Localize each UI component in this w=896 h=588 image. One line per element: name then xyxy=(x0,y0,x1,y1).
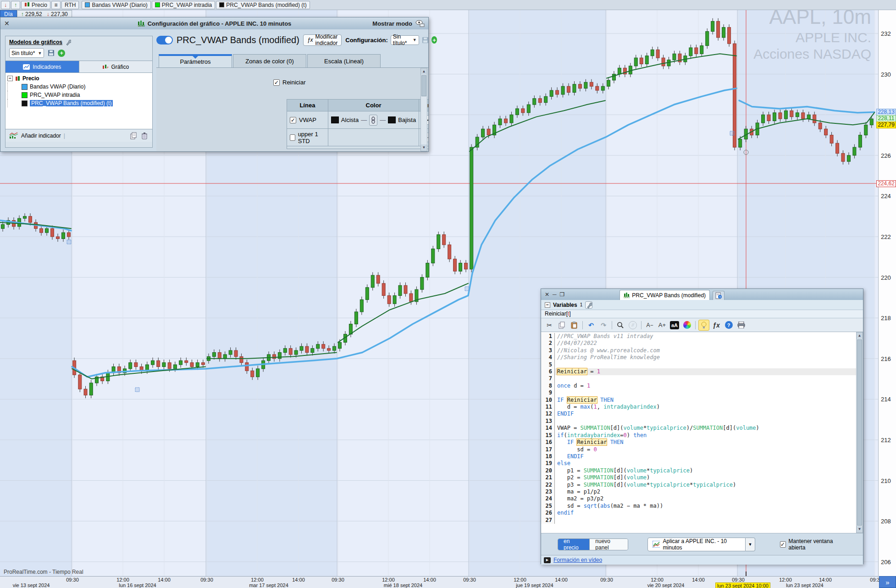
code-line[interactable]: 5 xyxy=(541,361,856,368)
scroll-thumb[interactable] xyxy=(421,75,426,96)
rth-button[interactable]: RTH xyxy=(61,1,79,9)
comment-icon[interactable]: // xyxy=(627,320,638,331)
code-line[interactable]: 13 xyxy=(541,418,856,425)
code-line[interactable]: 12ENDIF xyxy=(541,410,856,417)
time-axis[interactable]: 09:3012:0014:0009:3012:0014:0009:3012:00… xyxy=(0,576,896,588)
bajista-color-swatch[interactable] xyxy=(388,116,396,123)
scroll-right-button[interactable]: » xyxy=(879,576,896,588)
add-indicator-link[interactable]: Añadir indicador xyxy=(21,133,61,139)
add-config-button[interactable]: + xyxy=(431,36,437,44)
import-up-button[interactable]: ↑ xyxy=(11,1,20,9)
apply-dropdown[interactable]: Aplicar a APPLE INC. - 10 minutos ▼ xyxy=(647,538,755,551)
scroll-down-icon[interactable]: ▼ xyxy=(857,526,863,533)
code-area[interactable]: 1//PRC_VWAP Bands v11 intraday2//04/07/2… xyxy=(541,332,863,533)
keep-open-checkbox[interactable]: ✓ xyxy=(780,541,786,548)
close-icon[interactable]: ✕ xyxy=(545,291,549,298)
nuevo-panel-button[interactable]: nuevo panel xyxy=(589,539,628,550)
maximize-icon[interactable]: ❒ xyxy=(560,291,565,298)
close-icon[interactable]: ✕ xyxy=(4,20,10,27)
font-bigger-icon[interactable]: A+ xyxy=(657,320,668,331)
code-line[interactable]: 21 p2 = SUMMATION[d](volume) xyxy=(541,474,856,481)
help-doc-tab[interactable]: ? xyxy=(713,291,725,300)
line-visible-checkbox[interactable]: ✓ xyxy=(290,117,296,123)
code-line[interactable]: 2//04/07/2022 xyxy=(541,340,856,347)
code-line[interactable]: 24 ma2 = p3/p2 xyxy=(541,495,856,502)
save-icon[interactable] xyxy=(47,49,55,57)
code-line[interactable]: 4//Sharing ProRealTime knowledge xyxy=(541,354,856,361)
indicator-tab-2[interactable]: PRC_VWAP Bands (modified) (t) xyxy=(216,1,310,9)
price-style-button[interactable]: Precio xyxy=(21,1,50,9)
highlight-icon[interactable] xyxy=(698,320,709,331)
tree-item-1[interactable]: PRC_VWAP intradia xyxy=(7,91,150,99)
code-line[interactable]: 11 d = max(1, intradaybarindex) xyxy=(541,404,856,410)
add-model-button[interactable]: + xyxy=(58,50,65,57)
scroll-up-icon[interactable]: ▲ xyxy=(857,333,863,339)
save-config-icon[interactable] xyxy=(422,36,429,44)
en-precio-button[interactable]: en precio xyxy=(558,539,589,550)
case-icon[interactable]: aA xyxy=(669,320,680,331)
copy-icon[interactable] xyxy=(556,320,567,331)
code-line[interactable]: 3//Nicolas @ www.prorealcode.com xyxy=(541,347,856,354)
code-line[interactable]: 16 IF Reiniciar THEN xyxy=(541,439,856,446)
paste-icon[interactable] xyxy=(569,320,580,331)
code-line[interactable]: 22 p3 = SUMMATION[d](volume*typicalprice… xyxy=(541,482,856,488)
code-line[interactable]: 10IF Reiniciar THEN xyxy=(541,397,856,404)
list-button[interactable]: ≡ xyxy=(51,1,61,9)
collapse-icon[interactable]: − xyxy=(7,76,13,81)
tab-indicadores[interactable]: Indicadores xyxy=(6,61,79,72)
dialog-titlebar[interactable]: ✕ DEMO Configuración del gráfico - APPLE… xyxy=(0,17,428,29)
tree-item-2[interactable]: PRC_VWAP Bands (modified) (t) xyxy=(7,99,150,107)
minimize-icon[interactable]: ─ xyxy=(553,291,557,298)
configuration-select[interactable]: Sin título*▼ xyxy=(391,35,419,45)
indicator-tab-1[interactable]: PRC_VWAP intradia xyxy=(152,1,215,9)
code-line[interactable]: 7 xyxy=(541,375,856,382)
editor-scrollbar[interactable]: ▲ ▼ xyxy=(856,332,863,533)
code-line[interactable]: 14VWAP = SUMMATION[d](volume*typicalpric… xyxy=(541,425,856,432)
code-line[interactable]: 27 xyxy=(541,517,856,524)
scroll-down-icon[interactable]: ▼ xyxy=(421,144,427,151)
redo-icon[interactable]: ↷ xyxy=(598,320,609,331)
cut-icon[interactable]: ✂ xyxy=(544,320,555,331)
code-line[interactable]: 23 ma = p1/p2 xyxy=(541,488,856,495)
code-line[interactable]: 26endif xyxy=(541,510,856,516)
code-line[interactable]: 17 sd = 0 xyxy=(541,446,856,453)
code-line[interactable]: 25 sd = sqrt(abs(ma2 − ma * ma)) xyxy=(541,503,856,510)
wrench-icon[interactable] xyxy=(65,39,71,45)
settings-tab-1[interactable]: Zonas de color (0) xyxy=(233,54,306,67)
code-line[interactable]: 20 p1 = SUMMATION[d](volume*typicalprice… xyxy=(541,467,856,474)
link-colors-icon[interactable] xyxy=(369,115,377,126)
editor-tab[interactable]: DEMO PRC_VWAP Bands (modified) xyxy=(619,290,710,300)
code-line[interactable]: 9 xyxy=(541,389,856,396)
wrench-icon[interactable] xyxy=(585,301,592,309)
settings-tab-2[interactable]: Escala (Lineal) xyxy=(307,54,381,67)
code-line[interactable]: 15if(intradaybarindex=0) then xyxy=(541,432,856,439)
font-smaller-icon[interactable]: A− xyxy=(644,320,655,331)
indicator-enabled-toggle[interactable] xyxy=(156,36,173,44)
undo-icon[interactable]: ↶ xyxy=(586,320,597,331)
video-training-link[interactable]: Formación en vídeo xyxy=(553,557,602,563)
code-line[interactable]: 18 ENDIF xyxy=(541,453,856,460)
code-line[interactable]: 8once d = 1 xyxy=(541,383,856,389)
help-icon[interactable]: ? xyxy=(723,320,734,331)
line-visible-checkbox[interactable] xyxy=(290,134,295,141)
price-axis[interactable]: 2322302282262242222202182162142122102082… xyxy=(878,10,896,576)
scroll-thumb[interactable] xyxy=(857,339,862,526)
models-select[interactable]: Sin título*▼ xyxy=(9,48,44,58)
settings-tab-0[interactable]: Parámetros xyxy=(159,54,232,67)
show-mode-control[interactable]: Mostrar modo xyxy=(372,20,425,27)
duplicate-icon[interactable] xyxy=(129,132,138,140)
code-line[interactable]: 1//PRC_VWAP Bands v11 intraday xyxy=(541,333,856,340)
tree-root-precio[interactable]: − Precio xyxy=(7,74,150,83)
fx-icon[interactable]: ƒx xyxy=(711,320,722,331)
tree-item-0[interactable]: Bandas VWAP (Diario) xyxy=(7,83,150,91)
code-line[interactable]: 19else xyxy=(541,460,856,467)
collapse-variables-icon[interactable]: − xyxy=(545,302,550,308)
reiniciar-checkbox[interactable]: ✓ xyxy=(273,79,280,86)
code-line[interactable]: 6Reiniciar = 1 xyxy=(541,368,856,375)
print-icon[interactable] xyxy=(736,320,747,331)
search-icon[interactable] xyxy=(615,320,626,331)
scroll-up-icon[interactable]: ▲ xyxy=(421,68,427,75)
color-wheel-icon[interactable] xyxy=(681,320,692,331)
alcista-color-swatch[interactable] xyxy=(331,116,339,123)
tab-grafico[interactable]: Gráfico xyxy=(79,61,153,72)
